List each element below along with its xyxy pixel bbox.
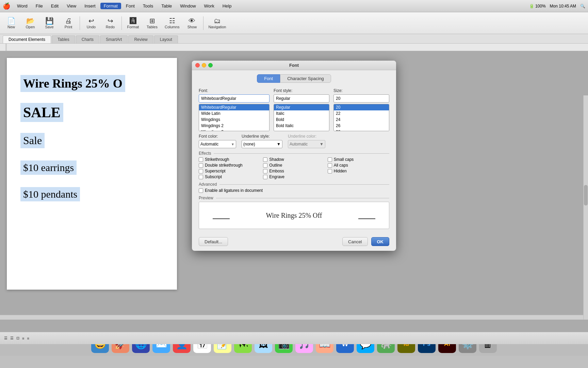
checkbox-all-caps[interactable] xyxy=(328,163,332,168)
font-input[interactable] xyxy=(199,94,270,103)
style-list-regular[interactable]: Regular xyxy=(274,104,329,110)
font-list-item-2[interactable]: Wingdings xyxy=(199,117,269,123)
show-button[interactable]: 👁 Show xyxy=(183,14,200,32)
search-icon[interactable]: 🔍 xyxy=(580,4,585,9)
checkbox-small-caps[interactable] xyxy=(328,157,332,162)
checkbox-double-strikethrough[interactable] xyxy=(199,163,203,168)
checkbox-emboss[interactable] xyxy=(263,169,267,173)
tab-tables[interactable]: Tables xyxy=(52,35,75,43)
advanced-label: Advanced xyxy=(199,182,217,187)
apple-menu[interactable]: 🍎 xyxy=(3,2,10,10)
effect-shadow[interactable]: Shadow xyxy=(263,157,325,162)
status-icon-5[interactable]: ≡ xyxy=(27,336,29,340)
columns-button[interactable]: ☷ Columns xyxy=(163,14,181,32)
menu-font[interactable]: Font xyxy=(122,3,138,9)
effect-all-caps[interactable]: All caps xyxy=(328,163,389,168)
dialog-close-button[interactable] xyxy=(195,63,200,67)
dialog-maximize-button[interactable] xyxy=(208,63,213,67)
style-input[interactable] xyxy=(274,94,329,103)
font-list-item-4[interactable]: Wingdings 3 xyxy=(199,129,269,131)
menu-work[interactable]: Work xyxy=(201,3,218,9)
effect-emboss[interactable]: Emboss xyxy=(263,169,325,173)
font-list-item-1[interactable]: Wide Latin xyxy=(199,110,269,117)
size-list-28[interactable]: 28 xyxy=(334,129,389,131)
checkbox-superscript[interactable] xyxy=(199,169,203,173)
effect-small-caps[interactable]: Small caps xyxy=(328,157,389,162)
doc-line-3: Sale xyxy=(20,125,163,151)
effect-subscript[interactable]: Subscript xyxy=(199,174,260,179)
checkbox-engrave[interactable] xyxy=(263,175,267,179)
menu-view[interactable]: View xyxy=(63,3,80,9)
checkbox-outline[interactable] xyxy=(263,163,267,168)
tab-smartart[interactable]: SmartArt xyxy=(100,35,128,43)
checkbox-shadow[interactable] xyxy=(263,157,267,162)
style-list-bold[interactable]: Bold xyxy=(274,117,329,123)
status-icon-3[interactable]: ⊡ xyxy=(16,336,19,340)
menu-tools[interactable]: Tools xyxy=(140,3,157,9)
style-list-bold-italic[interactable]: Bold Italic xyxy=(274,123,329,129)
tab-font[interactable]: Font xyxy=(257,74,280,83)
default-button[interactable]: Default... xyxy=(199,237,228,246)
size-list-22[interactable]: 22 xyxy=(334,110,389,117)
size-list[interactable]: 20 22 24 26 28 xyxy=(333,104,389,131)
menu-word[interactable]: Word xyxy=(14,3,31,9)
tables-button[interactable]: ⊞ Tables xyxy=(144,14,161,32)
tab-layout[interactable]: Layout xyxy=(154,35,178,43)
size-list-24[interactable]: 24 xyxy=(334,117,389,123)
size-input[interactable] xyxy=(333,94,389,103)
font-list[interactable]: WhiteboardRegular Wide Latin Wingdings W… xyxy=(199,104,270,131)
size-list-20[interactable]: 20 xyxy=(334,104,389,110)
status-icon-1[interactable]: ☰ xyxy=(4,336,7,340)
checkbox-hidden[interactable] xyxy=(328,169,332,173)
tab-charts[interactable]: Charts xyxy=(76,35,99,43)
menu-edit[interactable]: Edit xyxy=(48,3,62,9)
menu-table[interactable]: Table xyxy=(158,3,175,9)
label-subscript: Subscript xyxy=(205,174,222,179)
effect-hidden[interactable]: Hidden xyxy=(328,169,389,173)
navigation-button[interactable]: 🗂 Navigation xyxy=(206,14,228,32)
status-icon-2[interactable]: ☰ xyxy=(10,336,14,340)
menu-file[interactable]: File xyxy=(32,3,46,9)
effect-outline[interactable]: Outline xyxy=(263,163,325,168)
checkbox-strikethrough[interactable] xyxy=(199,157,203,162)
print-button[interactable]: 🖨 Print xyxy=(60,14,77,32)
underline-style-value: (none) xyxy=(243,142,255,147)
font-color-dropdown[interactable]: Automatic ▼ xyxy=(199,140,236,148)
tab-review[interactable]: Review xyxy=(128,35,153,43)
menu-format[interactable]: Format xyxy=(100,3,121,9)
style-list-italic[interactable]: Italic xyxy=(274,110,329,117)
undo-button[interactable]: ↩ Undo xyxy=(83,14,100,32)
save-button[interactable]: 💾 Save xyxy=(41,14,58,32)
ok-button[interactable]: OK xyxy=(371,237,390,246)
underline-color-dropdown[interactable]: Automatic ▼ xyxy=(288,140,325,148)
effect-double-strikethrough[interactable]: Double strikethrough xyxy=(199,163,260,168)
status-icon-4[interactable]: ≡ xyxy=(22,336,24,340)
tab-document-elements[interactable]: Document Elements xyxy=(3,35,51,43)
effect-engrave[interactable]: Engrave xyxy=(263,174,325,179)
ligatures-checkbox-row[interactable]: Enable all ligatures in document xyxy=(199,188,389,193)
new-button[interactable]: 📄 New xyxy=(3,14,20,32)
menu-window[interactable]: Window xyxy=(177,3,199,9)
effect-strikethrough[interactable]: Strikethrough xyxy=(199,157,260,162)
checkbox-subscript[interactable] xyxy=(199,175,203,179)
format-button[interactable]: 🅰 Format xyxy=(125,14,142,32)
open-button[interactable]: 📂 Open xyxy=(22,14,39,32)
vertical-scrollbar[interactable] xyxy=(583,95,588,320)
tab-character-spacing[interactable]: Character Spacing xyxy=(280,74,331,83)
font-list-item-3[interactable]: Wingdings 2 xyxy=(199,123,269,129)
dialog-tab-bar: Font Character Spacing xyxy=(192,70,396,86)
style-list[interactable]: Regular Italic Bold Bold Italic xyxy=(274,104,329,131)
dialog-minimize-button[interactable] xyxy=(202,63,206,67)
menu-help[interactable]: Help xyxy=(219,3,235,9)
cancel-button[interactable]: Cancel xyxy=(342,237,368,246)
font-list-item-0[interactable]: WhiteboardRegular xyxy=(199,104,269,110)
scrollbar-thumb[interactable] xyxy=(584,185,588,205)
checkbox-ligatures[interactable] xyxy=(199,188,203,193)
underline-style-dropdown[interactable]: (none) ▼ xyxy=(242,140,282,148)
dialog-traffic-lights xyxy=(195,63,213,67)
horizontal-scrollbar[interactable] xyxy=(0,315,583,320)
size-list-26[interactable]: 26 xyxy=(334,123,389,129)
redo-button[interactable]: ↪ Redo xyxy=(102,14,119,32)
effect-superscript[interactable]: Superscript xyxy=(199,169,260,173)
menu-insert[interactable]: Insert xyxy=(81,3,99,9)
